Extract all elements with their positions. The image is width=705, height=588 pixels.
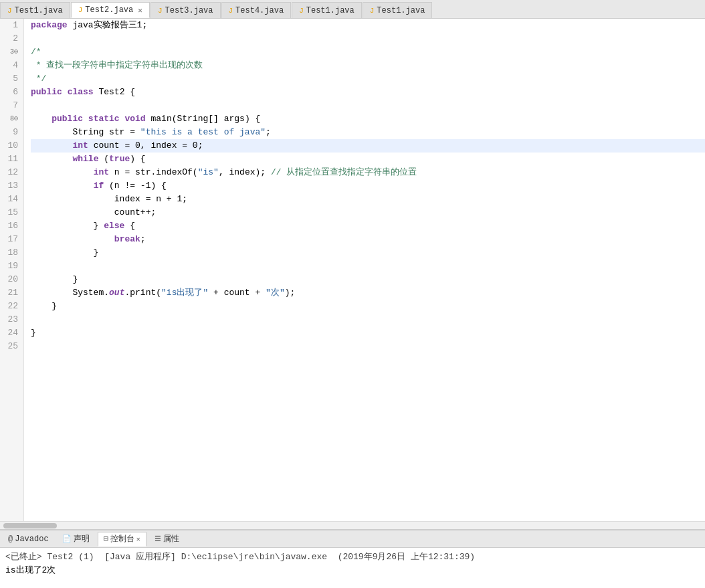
line-num-19: 19 [5, 260, 18, 273]
java-file-icon-1: J [7, 7, 12, 15]
tab-label-test2: Test2.java [85, 5, 133, 15]
string-2: "is" [198, 166, 219, 179]
bottom-tab-bar: @ Javadoc 📄 声明 ⊟ 控制台 ✕ ☰ 属性 [0, 530, 705, 548]
code-line-8: public static void main(String[] args) { [31, 112, 705, 126]
comment-text: * 查找一段字符串中指定字符串出现的次数 [31, 59, 203, 72]
code-line-3: /* [31, 45, 705, 59]
java-file-icon-5: J [299, 7, 304, 15]
code-line-15: count++; [31, 206, 705, 219]
code-line-14: index = n + 1; [31, 193, 705, 206]
code-line-1: package java实验报告三1; [31, 19, 705, 32]
keyword-public-2: public [52, 112, 83, 126]
java-file-icon-2: J [78, 6, 83, 14]
code-line-16: } else { [31, 219, 705, 233]
tab-test1-2[interactable]: J Test1.java [292, 2, 362, 18]
code-line-25 [31, 340, 705, 353]
code-container[interactable]: 1 2 3⊖ 4 5 6 7 8⊖ 9 10 11 12 13 14 15 16… [0, 19, 705, 521]
tab-test2[interactable]: J Test2.java ✕ [71, 2, 150, 18]
line-num-23: 23 [5, 313, 18, 326]
line-num-15: 15 [5, 206, 18, 219]
console-icon: ⊟ [104, 534, 108, 544]
tab-properties-label: 属性 [163, 533, 179, 545]
java-file-icon-4: J [229, 7, 233, 15]
keyword-if: if [94, 179, 104, 193]
javadoc-icon: @ [8, 534, 13, 544]
code-line-13: if (n != -1) { [31, 179, 705, 193]
code-line-2 [31, 32, 705, 45]
inline-comment: // 从指定位置查找指定字符串的位置 [271, 166, 417, 179]
code-line-20: } [31, 273, 705, 286]
line-num-4: 4 [5, 59, 18, 72]
tab-properties[interactable]: ☰ 属性 [149, 532, 185, 547]
code-text-1: java实验报告三1; [68, 19, 148, 32]
string-1: "this is a test of java" [140, 126, 266, 139]
line-num-20: 20 [5, 273, 18, 286]
line-num-9: 9 [5, 126, 18, 139]
console-terminated-line: <已终止> Test2 (1) [Java 应用程序] D:\eclipse\j… [5, 551, 700, 564]
tab-label-test1-2: Test1.java [306, 6, 355, 15]
tab-declaration[interactable]: 📄 声明 [57, 532, 95, 547]
line-num-22: 22 [5, 300, 18, 313]
bottom-panel: @ Javadoc 📄 声明 ⊟ 控制台 ✕ ☰ 属性 <已终止> Test2 … [0, 529, 705, 588]
tab-javadoc-label: Javadoc [15, 534, 48, 544]
code-line-21: System.out.print("is出现了" + count + "次"); [31, 286, 705, 300]
code-line-7 [31, 99, 705, 112]
tab-test4[interactable]: J Test4.java [221, 2, 292, 18]
scrollbar-thumb[interactable] [3, 523, 57, 528]
keyword-true: true [109, 153, 130, 166]
tab-console[interactable]: ⊟ 控制台 ✕ [98, 532, 146, 547]
keyword-break: break [114, 233, 140, 246]
comment-close: */ [31, 72, 46, 86]
tab-close-icon[interactable]: ✕ [138, 6, 142, 15]
line-num-10: 10 [5, 139, 18, 153]
tab-test3[interactable]: J Test3.java [150, 2, 221, 18]
tab-javadoc[interactable]: @ Javadoc [3, 532, 54, 547]
tab-label-test4: Test4.java [235, 6, 284, 15]
tab-test1-3[interactable]: J Test1.java [363, 2, 433, 18]
java-file-icon-3: J [158, 7, 163, 15]
code-line-10: int count = 0, index = 0; [31, 139, 705, 153]
code-line-23 [31, 313, 705, 326]
line-numbers: 1 2 3⊖ 4 5 6 7 8⊖ 9 10 11 12 13 14 15 16… [0, 19, 24, 521]
line-num-5: 5 [5, 72, 18, 86]
comment-open: /* [31, 45, 41, 59]
java-file-icon-6: J [370, 7, 375, 15]
horizontal-scrollbar[interactable] [0, 521, 705, 529]
keyword-void: void [124, 112, 145, 126]
string-3: "is出现了" [161, 286, 208, 300]
line-num-14: 14 [5, 193, 18, 206]
field-out: out [109, 286, 124, 300]
line-num-17: 17 [5, 233, 18, 246]
code-line-6: public class Test2 { [31, 86, 705, 99]
line-num-1: 1 [5, 19, 18, 32]
properties-icon: ☰ [155, 534, 161, 543]
keyword-package: package [31, 19, 68, 32]
tab-declaration-label: 声明 [74, 533, 90, 545]
code-line-19 [31, 260, 705, 273]
line-num-12: 12 [5, 166, 18, 179]
line-num-16: 16 [5, 219, 18, 233]
line-num-2: 2 [5, 32, 18, 45]
line-num-6: 6 [5, 86, 18, 99]
line-num-3: 3⊖ [5, 45, 18, 59]
code-line-5: */ [31, 72, 705, 86]
line-num-24: 24 [5, 326, 18, 340]
tab-test1-1[interactable]: J Test1.java [0, 2, 70, 18]
code-editor[interactable]: package java实验报告三1; /* * 查找一段字符串中指定字符串出现… [24, 19, 705, 521]
keyword-else: else [104, 219, 124, 233]
line-num-11: 11 [5, 153, 18, 166]
code-line-12: int n = str.indexOf("is", index); // 从指定… [31, 166, 705, 179]
keyword-public-1: public [31, 86, 62, 99]
console-close-icon[interactable]: ✕ [136, 535, 140, 543]
code-line-9: String str = "this is a test of java"; [31, 126, 705, 139]
code-line-22: } [31, 300, 705, 313]
tab-label-test3: Test3.java [165, 6, 213, 15]
tab-console-label: 控制台 [110, 533, 134, 545]
keyword-int-2: int [94, 166, 109, 179]
line-num-7: 7 [5, 99, 18, 112]
keyword-int-1: int [72, 139, 88, 153]
line-num-13: 13 [5, 179, 18, 193]
line-num-8: 8⊖ [5, 112, 18, 126]
console-output-area: <已终止> Test2 (1) [Java 应用程序] D:\eclipse\j… [0, 548, 705, 588]
tab-label-test1-1: Test1.java [15, 6, 63, 15]
